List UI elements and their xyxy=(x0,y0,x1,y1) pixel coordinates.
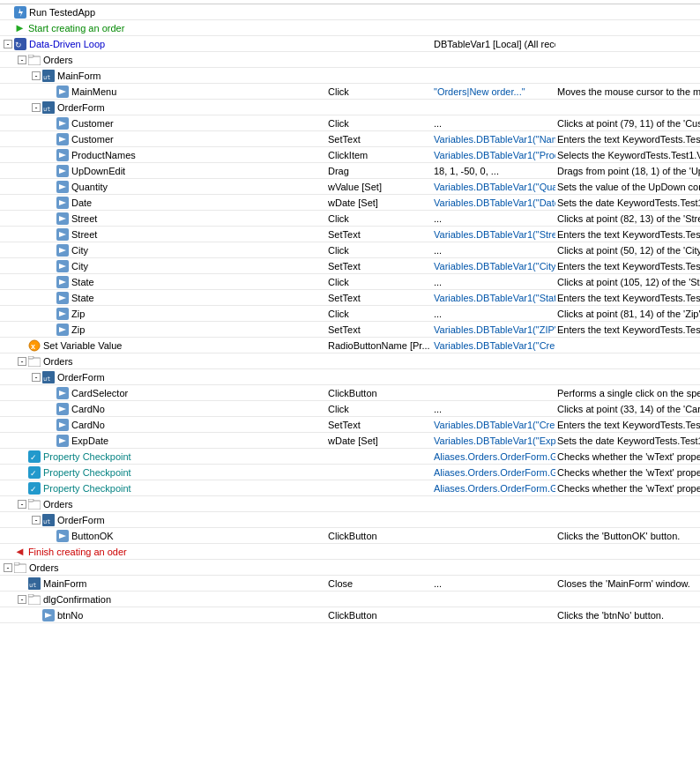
item-label-orders-4: Orders xyxy=(29,562,59,573)
item-label-state-2: State xyxy=(71,293,94,303)
table-row[interactable]: -utOrderForm xyxy=(0,369,700,385)
op-cell-customer-1: Click xyxy=(326,117,432,130)
table-row[interactable]: -utOrderForm xyxy=(0,512,700,528)
table-row[interactable]: ✓Property CheckpointAliases.Orders.Order… xyxy=(0,480,700,496)
svg-text:ut: ut xyxy=(29,582,36,589)
table-row[interactable]: CityClick...Clicks at point (50, 12) of … xyxy=(0,242,700,258)
table-row[interactable]: CustomerSetTextVariables.DBTableVar1("Na… xyxy=(0,131,700,147)
table-row[interactable]: -Orders xyxy=(0,353,700,369)
item-cell-updownedit: UpDownEdit xyxy=(0,164,326,178)
desc-cell-expdate: Sets the date KeywordTests.Test1.Variabl… xyxy=(555,435,700,447)
table-row[interactable]: ◄Finish creating an oder xyxy=(0,544,700,560)
desc-cell-date-1: Sets the date KeywordTests.Test1.Variabl… xyxy=(555,197,700,209)
table-row[interactable]: ✓Property CheckpointAliases.Orders.Order… xyxy=(0,465,700,480)
op-cell-productnames: ClickItem xyxy=(326,149,432,161)
item-label-start-creating-order: Start creating an order xyxy=(28,23,124,33)
desc-cell-set-variable-value xyxy=(555,345,700,346)
action-sub-icon xyxy=(56,212,69,225)
desc-cell-cardno-2: Enters the text KeywordTests.Test1.Varia… xyxy=(555,419,700,431)
table-row[interactable]: QuantitywValue [Set]Variables.DBTableVar… xyxy=(0,179,700,195)
item-cell-customer-1: Customer xyxy=(0,116,326,130)
item-cell-orderform-1: -utOrderForm xyxy=(0,100,326,115)
table-row[interactable]: -↻Data-Driven LoopDBTableVar1 [Local] (A… xyxy=(0,36,700,52)
table-row[interactable]: DatewDate [Set]Variables.DBTableVar1("Da… xyxy=(0,195,700,211)
table-row[interactable]: ZipClick...Clicks at point (81, 14) of t… xyxy=(0,306,700,322)
op-cell-mainmenu: Click xyxy=(326,86,432,98)
table-row[interactable]: StreetSetTextVariables.DBTableVar1("Stre… xyxy=(0,227,700,242)
table-row[interactable]: ExpDatewDate [Set]Variables.DBTableVar1(… xyxy=(0,433,700,449)
op-cell-cardselector: ClickButton xyxy=(326,387,432,399)
table-row[interactable]: -Orders xyxy=(0,496,700,512)
item-cell-btnno: btnNo xyxy=(0,608,326,622)
expand-btn-orders-2[interactable]: - xyxy=(18,357,26,366)
op-cell-zip-2: SetText xyxy=(326,324,432,336)
desc-cell-zip-2: Enters the text KeywordTests.Test1.Varia… xyxy=(555,324,700,336)
item-label-set-variable-value: Set Variable Value xyxy=(43,340,122,351)
table-row[interactable]: ZipSetTextVariables.DBTableVar1("ZIP")En… xyxy=(0,322,700,338)
table-row[interactable]: CustomerClick...Clicks at point (79, 11)… xyxy=(0,115,700,131)
table-row[interactable]: CardNoSetTextVariables.DBTableVar1("Cre.… xyxy=(0,417,700,433)
expand-btn-mainform[interactable]: - xyxy=(32,71,41,80)
val-cell-finish-creating-order xyxy=(432,551,555,553)
desc-cell-productnames: Selects the KeywordTests.Test1.Variables… xyxy=(555,149,700,161)
table-row[interactable]: -dlgConfirmation xyxy=(0,592,700,607)
val-cell-set-variable-value: Variables.DBTableVar1("Cre... xyxy=(432,339,555,352)
desc-cell-checkpoint-3: Checks whether the 'wText' property of t… xyxy=(555,482,700,495)
table-row[interactable]: UpDownEditDrag18, 1, -50, 0, ...Drags fr… xyxy=(0,163,700,179)
expand-btn-orderform-2[interactable]: - xyxy=(32,373,41,382)
item-cell-set-variable-value: xSet Variable Value xyxy=(0,339,326,353)
main-container[interactable]: Run TestedApp►Start creating an order-↻D… xyxy=(0,0,700,759)
desc-cell-orderform-3 xyxy=(555,519,700,521)
desc-cell-mainmenu: Moves the mouse cursor to the menu item … xyxy=(555,86,700,98)
table-row[interactable]: StateSetTextVariables.DBTableVar1("State… xyxy=(0,290,700,306)
op-cell-buttonok: ClickButton xyxy=(326,530,432,542)
expand-btn-dlgconfirmation[interactable]: - xyxy=(18,595,26,604)
table-row[interactable]: -utOrderForm xyxy=(0,100,700,115)
val-cell-orders-1 xyxy=(432,59,555,61)
desc-cell-checkpoint-2: Checks whether the 'wText' property of t… xyxy=(555,466,700,479)
desc-cell-orders-2 xyxy=(555,361,700,362)
op-cell-updownedit: Drag xyxy=(326,165,432,177)
table-row[interactable]: MainMenuClick"Orders|New order..."Moves … xyxy=(0,84,700,100)
item-label-orderform-2: OrderForm xyxy=(57,372,105,383)
item-cell-orders-1: -Orders xyxy=(0,54,326,66)
expand-btn-orders-4[interactable]: - xyxy=(4,563,12,572)
table-row[interactable]: btnNoClickButtonClicks the 'btnNo' butto… xyxy=(0,607,700,623)
expand-btn-orders-3[interactable]: - xyxy=(18,500,26,509)
item-label-checkpoint-3: Property Checkpoint xyxy=(43,483,131,494)
expand-btn-orderform-1[interactable]: - xyxy=(32,103,41,112)
desc-cell-mainform-2: Closes the 'MainForm' window. xyxy=(555,577,700,590)
table-row[interactable]: CardNoClick...Clicks at point (33, 14) o… xyxy=(0,401,700,417)
action-sub-icon xyxy=(56,308,69,320)
desc-cell-city-2: Enters the text KeywordTests.Test1.Varia… xyxy=(555,260,700,272)
table-row[interactable]: ButtonOKClickButtonClicks the 'ButtonOK'… xyxy=(0,528,700,544)
op-cell-customer-2: SetText xyxy=(326,133,432,145)
table-row[interactable]: ProductNamesClickItemVariables.DBTableVa… xyxy=(0,147,700,163)
table-row[interactable]: -Orders xyxy=(0,560,700,576)
table-row[interactable]: CitySetTextVariables.DBTableVar1("City")… xyxy=(0,258,700,274)
action-blue-icon: ut xyxy=(42,371,55,383)
table-row[interactable]: CardSelectorClickButtonPerforms a single… xyxy=(0,385,700,401)
desc-cell-street-1: Clicks at point (82, 13) of the 'Street'… xyxy=(555,212,700,225)
table-row[interactable]: utMainFormClose...Closes the 'MainForm' … xyxy=(0,576,700,592)
item-label-street-2: Street xyxy=(71,229,97,240)
table-row[interactable]: StateClick...Clicks at point (105, 12) o… xyxy=(0,274,700,290)
table-row[interactable]: ✓Property CheckpointAliases.Orders.Order… xyxy=(0,449,700,465)
op-cell-orderform-1 xyxy=(326,107,432,108)
table-row[interactable]: StreetClick...Clicks at point (82, 13) o… xyxy=(0,211,700,227)
op-cell-cardno-2: SetText xyxy=(326,419,432,431)
op-cell-quantity: wValue [Set] xyxy=(326,181,432,193)
table-row[interactable]: ►Start creating an order xyxy=(0,20,700,36)
table-row[interactable]: xSet Variable ValueRadioButtonName [Pr..… xyxy=(0,338,700,353)
op-cell-state-1: Click xyxy=(326,276,432,288)
item-cell-buttonok: ButtonOK xyxy=(0,529,326,543)
expand-btn-data-driven-loop[interactable]: - xyxy=(4,40,12,48)
table-row[interactable]: -utMainForm xyxy=(0,68,700,84)
action-sub-icon xyxy=(56,324,69,336)
item-cell-finish-creating-order: ◄Finish creating an oder xyxy=(0,544,326,559)
item-label-customer-2: Customer xyxy=(71,134,114,145)
table-row[interactable]: -Orders xyxy=(0,52,700,68)
expand-btn-orders-1[interactable]: - xyxy=(18,56,26,64)
table-row[interactable]: Run TestedApp xyxy=(0,4,700,20)
expand-btn-orderform-3[interactable]: - xyxy=(32,516,41,525)
